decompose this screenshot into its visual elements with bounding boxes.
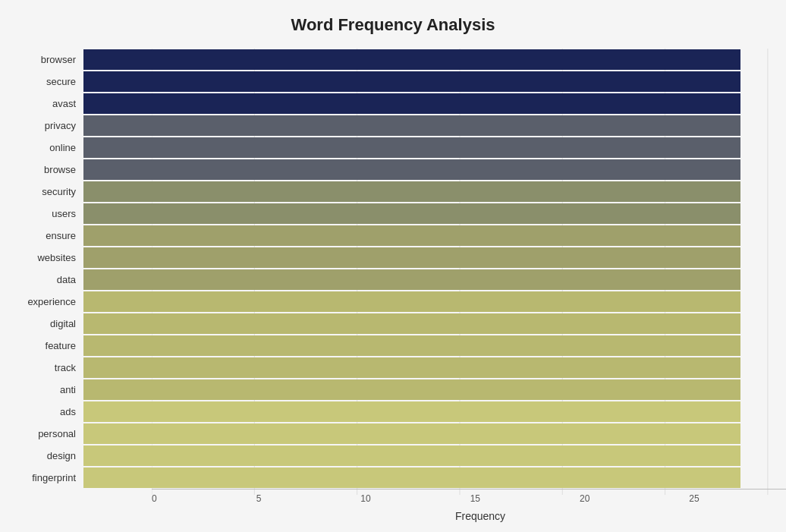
bar-row: ensure <box>83 225 740 247</box>
bar-row: data <box>83 269 740 291</box>
bar-label: data <box>15 274 83 285</box>
bar-track <box>83 467 740 488</box>
bar-label: personal <box>15 428 83 439</box>
bar-label: digital <box>15 318 83 329</box>
x-tick: 0 <box>152 493 157 504</box>
bar-track <box>83 181 740 202</box>
bar-row: ads <box>83 401 740 423</box>
bar-track <box>83 291 740 312</box>
bar-label: avast <box>15 98 83 109</box>
chart-title: Word Frequency Analysis <box>46 15 740 35</box>
x-tick: 15 <box>470 493 480 504</box>
bar-track <box>83 203 740 224</box>
bar-label: ads <box>15 406 83 417</box>
bar-label: users <box>15 208 83 219</box>
bar-label: ensure <box>15 230 83 241</box>
bar-track <box>83 49 740 70</box>
bar-track <box>83 159 740 180</box>
bar-track <box>83 269 740 290</box>
bar-label: feature <box>15 340 83 351</box>
bar-row: digital <box>83 313 740 335</box>
x-axis: 051015202530Frequency <box>152 489 786 522</box>
x-tick: 20 <box>580 493 590 504</box>
bar-row: browser <box>83 49 740 71</box>
bar-row: feature <box>83 335 740 357</box>
bar-label: browse <box>15 164 83 175</box>
bar-track <box>83 445 740 466</box>
bar-row: security <box>83 181 740 203</box>
bar-track <box>83 225 740 246</box>
bar-label: anti <box>15 384 83 395</box>
bar-row: avast <box>83 93 740 115</box>
chart-container: Word Frequency Analysis browser secure <box>0 0 786 532</box>
bar-track <box>83 247 740 268</box>
bar-row: track <box>83 357 740 379</box>
bar-row: privacy <box>83 115 740 137</box>
bar-label: privacy <box>15 120 83 131</box>
bar-row: experience <box>83 291 740 313</box>
bar-row: personal <box>83 423 740 445</box>
bar-row: fingerprint <box>83 467 740 489</box>
bar-row: design <box>83 445 740 467</box>
bar-track <box>83 401 740 422</box>
bar-track <box>83 357 740 378</box>
bar-label: websites <box>15 252 83 263</box>
x-tick: 10 <box>360 493 370 504</box>
bar-row: browse <box>83 159 740 181</box>
bar-track <box>83 313 740 334</box>
bar-track <box>83 93 740 114</box>
bar-row: anti <box>83 379 740 401</box>
bar-label: experience <box>15 296 83 307</box>
bar-label: online <box>15 142 83 153</box>
bar-label: secure <box>15 76 83 87</box>
bar-track <box>83 379 740 400</box>
x-tick: 25 <box>689 493 699 504</box>
bar-track <box>83 335 740 356</box>
x-axis-label: Frequency <box>152 510 786 522</box>
x-tick: 5 <box>256 493 262 504</box>
bar-track <box>83 71 740 92</box>
bar-track <box>83 115 740 136</box>
bar-row: online <box>83 137 740 159</box>
bar-label: track <box>15 362 83 373</box>
bar-track <box>83 423 740 444</box>
bar-label: design <box>15 450 83 461</box>
bar-row: websites <box>83 247 740 269</box>
bar-track <box>83 137 740 158</box>
bar-row: secure <box>83 71 740 93</box>
bar-label: security <box>15 186 83 197</box>
bar-label: browser <box>15 54 83 65</box>
bar-row: users <box>83 203 740 225</box>
bar-label: fingerprint <box>15 472 83 483</box>
